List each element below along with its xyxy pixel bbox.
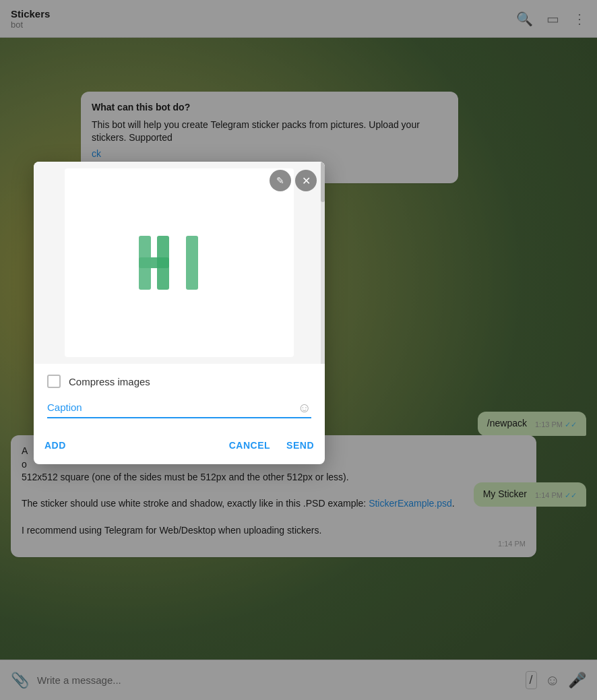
cancel-button[interactable]: CANCEL bbox=[221, 435, 278, 456]
scroll-thumb bbox=[321, 162, 325, 202]
compress-label: Compress images bbox=[69, 376, 150, 387]
scroll-indicator bbox=[321, 162, 325, 364]
upload-modal: ✎ ✕ Compress images ☺ ADD CANCEL SEND bbox=[34, 162, 325, 464]
add-button[interactable]: ADD bbox=[36, 435, 74, 456]
modal-actions: ADD CANCEL SEND bbox=[34, 426, 325, 464]
image-preview bbox=[65, 168, 294, 357]
caption-row: ☺ bbox=[47, 399, 311, 418]
hi-sticker-image bbox=[132, 229, 226, 296]
svg-rect-5 bbox=[186, 236, 198, 290]
edit-button[interactable]: ✎ bbox=[270, 170, 291, 191]
caption-input[interactable] bbox=[47, 399, 311, 418]
compress-checkbox[interactable] bbox=[47, 375, 61, 388]
svg-rect-4 bbox=[139, 236, 151, 290]
compress-row: Compress images bbox=[47, 375, 311, 388]
close-button[interactable]: ✕ bbox=[295, 170, 317, 191]
send-button[interactable]: SEND bbox=[278, 435, 322, 456]
caption-emoji-button[interactable]: ☺ bbox=[298, 400, 311, 416]
svg-rect-2 bbox=[157, 236, 169, 290]
modal-body: Compress images ☺ bbox=[34, 364, 325, 426]
modal-image-area: ✎ ✕ bbox=[34, 162, 325, 364]
